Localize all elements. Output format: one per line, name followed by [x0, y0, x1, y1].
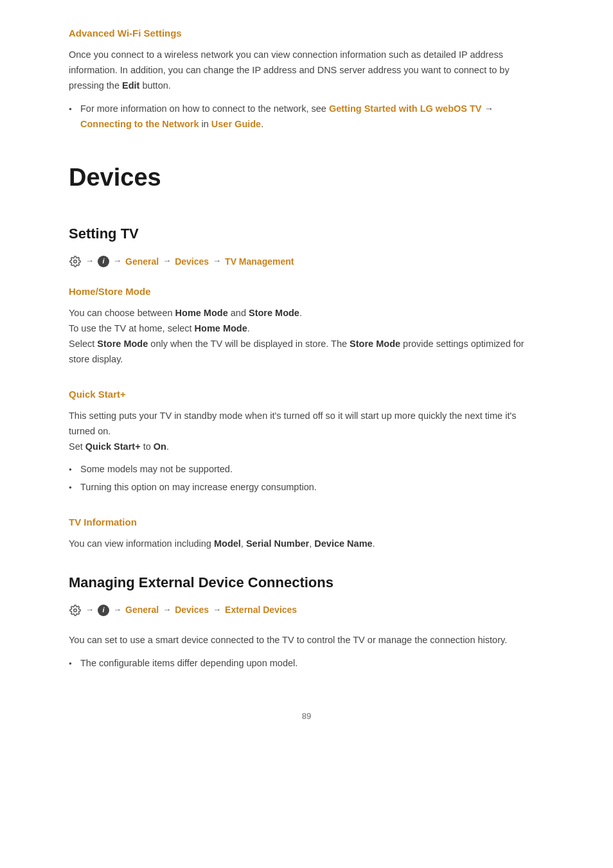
tv-information-body: You can view information including Model…: [69, 536, 544, 552]
managing-external-section: Managing External Device Connections → i…: [69, 571, 544, 671]
nav-arrow-3: →: [163, 254, 171, 268]
quick-start-section: Quick Start+ This setting puts your TV i…: [69, 387, 544, 496]
gear-icon: [69, 255, 82, 268]
managing-external-nav-path: → i → General → Devices → External Devic…: [69, 603, 544, 617]
tv-information-section: TV Information You can view information …: [69, 515, 544, 552]
nav-arrow-8: →: [213, 603, 221, 617]
setting-tv-title: Setting TV: [69, 222, 544, 245]
gear-icon-2: [69, 604, 82, 617]
info-icon: i: [98, 256, 109, 267]
devices-heading: Devices: [69, 158, 544, 197]
advanced-wifi-section: Advanced Wi-Fi Settings Once you connect…: [69, 26, 544, 132]
advanced-wifi-body: Once you connect to a wireless network y…: [69, 48, 544, 94]
setting-tv-section: Setting TV → i → General → Devices → TV …: [69, 222, 544, 552]
managing-external-bullet-1: The configurable items differ depending …: [69, 656, 544, 671]
nav-arrow-5: →: [85, 603, 94, 617]
managing-external-body: You can set to use a smart device connec…: [69, 633, 544, 648]
home-store-mode-title: Home/Store Mode: [69, 284, 544, 299]
bullet-item: For more information on how to connect t…: [69, 102, 544, 132]
nav-arrow-4: →: [213, 254, 221, 268]
setting-tv-nav-path: → i → General → Devices → TV Management: [69, 254, 544, 269]
managing-external-bullets: The configurable items differ depending …: [69, 656, 544, 671]
svg-point-0: [74, 260, 77, 263]
quick-start-bullets: Some models may not be supported. Turnin…: [69, 462, 544, 495]
advanced-wifi-title: Advanced Wi-Fi Settings: [69, 26, 544, 41]
nav-devices: Devices: [175, 254, 209, 269]
home-store-mode-body: You can choose between Home Mode and Sto…: [69, 306, 544, 368]
quick-start-bullet-2: Turning this option on may increase ener…: [69, 480, 544, 495]
quick-start-title: Quick Start+: [69, 387, 544, 402]
info-icon-2: i: [98, 605, 109, 616]
svg-point-1: [74, 608, 77, 612]
nav-general: General: [125, 254, 159, 269]
managing-external-title: Managing External Device Connections: [69, 571, 544, 594]
page-container: Advanced Wi-Fi Settings Once you connect…: [30, 0, 583, 761]
home-store-mode-section: Home/Store Mode You can choose between H…: [69, 284, 544, 368]
nav-arrow-1: →: [85, 254, 94, 268]
nav-tv-management: TV Management: [225, 254, 294, 269]
nav-devices-2: Devices: [175, 603, 209, 617]
nav-arrow-7: →: [163, 603, 171, 617]
nav-arrow-2: →: [113, 254, 121, 268]
tv-information-title: TV Information: [69, 515, 544, 530]
quick-start-bullet-1: Some models may not be supported.: [69, 462, 544, 477]
nav-general-2: General: [125, 603, 159, 617]
nav-arrow-6: →: [113, 603, 121, 617]
nav-external-devices: External Devices: [225, 603, 297, 617]
page-number: 89: [69, 710, 544, 723]
quick-start-body: This setting puts your TV in standby mod…: [69, 409, 544, 455]
advanced-wifi-bullets: For more information on how to connect t…: [69, 102, 544, 132]
